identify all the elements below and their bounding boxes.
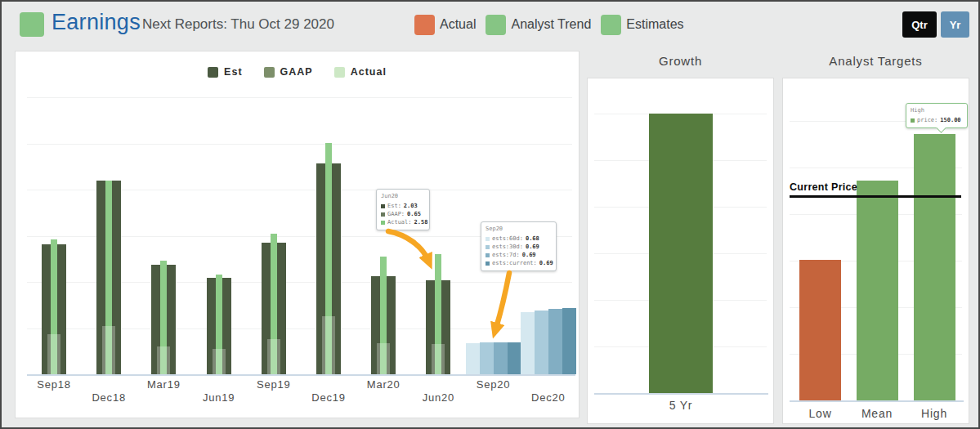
tooltip-label: Est:	[387, 202, 401, 210]
page-title: Earnings	[51, 10, 141, 35]
bar-estimate-Dec20-2[interactable]	[548, 309, 562, 374]
tooltip-value: 0.69	[539, 259, 553, 267]
qtr-button[interactable]: Qtr	[902, 11, 937, 38]
earnings-dashboard: Earnings Next Reports: Thu Oct 29 2020 A…	[0, 0, 980, 429]
bar-estimate-Dec20-0[interactable]	[521, 312, 535, 374]
header: Earnings Next Reports: Thu Oct 29 2020 A…	[2, 2, 978, 47]
legend-item-estimates[interactable]: Estimates	[601, 15, 683, 35]
bar-gaap-Jun19[interactable]	[213, 349, 226, 374]
x-tick-Sep18: Sep18	[28, 378, 80, 391]
targets-title: Analyst Targets	[782, 54, 969, 70]
tooltip-row: ests:30d: 0.69	[486, 243, 552, 251]
chart-legend-label: Actual	[351, 66, 387, 78]
tooltip-title: Sep20	[486, 226, 552, 233]
tooltip-label: Actual:	[387, 218, 412, 226]
bar-estimate-Dec20-1[interactable]	[535, 311, 548, 374]
current-price-label: Current Price	[790, 181, 857, 193]
bar-low[interactable]	[799, 260, 841, 400]
x-tick-Mar20: Mar20	[357, 378, 409, 391]
tooltip-value: 150.00	[940, 116, 960, 124]
chart-legend-label: GAAP	[280, 66, 313, 78]
x-tick-low: Low	[794, 407, 847, 420]
bullet-icon	[381, 212, 385, 217]
bullet-icon	[381, 204, 385, 208]
tooltip-value: 0.68	[526, 235, 539, 243]
tooltip-row: ests:7d: 0.69	[486, 251, 552, 259]
bar-5yr[interactable]	[649, 114, 713, 393]
tooltip-value: 2.03	[404, 202, 418, 210]
legend-label: Analyst Trend	[511, 17, 591, 32]
bar-gaap-Dec19[interactable]	[322, 316, 335, 374]
tooltip-label: GAAP:	[387, 210, 405, 218]
earnings-chart-card: Est GAAP Actual Sep18Dec18Mar19Jun19Sep1…	[15, 51, 579, 418]
tooltip-row: Est: 2.03	[381, 202, 425, 210]
tooltip-row: ests:current: 0.69	[486, 259, 552, 267]
x-tick-Jun20: Jun20	[412, 391, 464, 404]
legend-label: Estimates	[626, 17, 683, 32]
bar-estimate-Sep20-2[interactable]	[494, 342, 508, 374]
earnings-section-icon	[20, 12, 44, 37]
bar-estimate-Dec20-3[interactable]	[562, 308, 576, 374]
earnings-plot: Sep18Dec18Mar19Jun19Sep19Dec19Mar20Jun20…	[16, 51, 579, 418]
gridline	[27, 144, 572, 145]
chart-legend-actual[interactable]: Actual	[334, 66, 387, 78]
growth-chart-card: 5 Yr	[587, 78, 774, 424]
bar-gaap-Sep19[interactable]	[267, 339, 280, 374]
gaap-swatch-icon	[264, 67, 275, 78]
header-legend: Actual Analyst Trend Estimates	[414, 2, 684, 47]
tooltip-title: Jun20	[381, 193, 425, 200]
x-tick-Mar19: Mar19	[137, 378, 190, 391]
tooltip-label: ests:7d:	[492, 251, 520, 259]
current-price-line	[790, 195, 961, 198]
x-axis	[594, 393, 768, 395]
chart-legend: Est GAAP Actual	[16, 66, 579, 78]
tooltip-row: Actual: 2.58	[381, 218, 425, 226]
bar-gaap-Jun20[interactable]	[432, 344, 445, 374]
bar-gaap-Sep18[interactable]	[47, 334, 60, 374]
x-tick-mean: Mean	[851, 407, 903, 420]
targets-chart-card: LowMeanHighHighprice: 150.00 Current Pri…	[782, 78, 969, 424]
x-tick-5yr: 5 Yr	[655, 399, 707, 412]
targets-plot: LowMeanHighHighprice: 150.00	[783, 78, 969, 423]
bar-estimate-Sep20-3[interactable]	[508, 342, 521, 374]
next-reports-label: Next Reports: Thu Oct 29 2020	[142, 16, 334, 33]
x-axis	[790, 400, 964, 402]
tooltip-value: 2.58	[414, 218, 428, 226]
x-tick-Jun19: Jun19	[193, 391, 245, 404]
x-tick-Dec18: Dec18	[83, 391, 135, 404]
tooltip-row: price: 150.00	[911, 116, 963, 124]
gridline	[27, 97, 572, 98]
legend-item-analyst-trend[interactable]: Analyst Trend	[486, 15, 591, 35]
x-axis	[27, 374, 575, 376]
bar-gaap-Mar19[interactable]	[157, 346, 170, 374]
bar-high[interactable]	[914, 134, 955, 400]
bullet-icon	[486, 253, 490, 257]
bullet-icon	[486, 261, 490, 266]
x-tick-high: High	[908, 407, 960, 420]
bar-estimate-Sep20-0[interactable]	[466, 343, 480, 374]
x-tick-Sep20: Sep20	[468, 378, 520, 391]
tooltip-row: ests:60d: 0.68	[486, 235, 552, 243]
bullet-icon	[381, 221, 385, 225]
actual-swatch-icon	[414, 15, 435, 35]
yr-button[interactable]: Yr	[941, 11, 969, 38]
bar-gaap-Mar20[interactable]	[377, 343, 390, 374]
x-tick-Sep19: Sep19	[248, 378, 300, 391]
bar-gaap-Dec18[interactable]	[102, 326, 115, 374]
tooltip-value: 0.69	[526, 243, 539, 251]
bullet-icon	[486, 245, 490, 249]
growth-plot: 5 Yr	[588, 78, 773, 423]
tooltip-label: ests:60d:	[492, 235, 523, 243]
bar-mean[interactable]	[857, 181, 898, 400]
bullet-icon	[486, 237, 490, 241]
legend-item-actual[interactable]: Actual	[414, 15, 476, 35]
est-swatch-icon	[208, 67, 218, 78]
bar-estimate-Sep20-1[interactable]	[480, 342, 494, 374]
x-tick-Dec19: Dec19	[302, 391, 355, 404]
tooltip-label: ests:current:	[492, 259, 537, 267]
chart-legend-est[interactable]: Est	[208, 66, 242, 78]
chart-legend-gaap[interactable]: GAAP	[264, 66, 313, 78]
tooltip-value: 0.69	[522, 251, 536, 259]
tooltip-label: price:	[917, 116, 937, 124]
tooltip-row: GAAP: 0.65	[381, 210, 425, 218]
